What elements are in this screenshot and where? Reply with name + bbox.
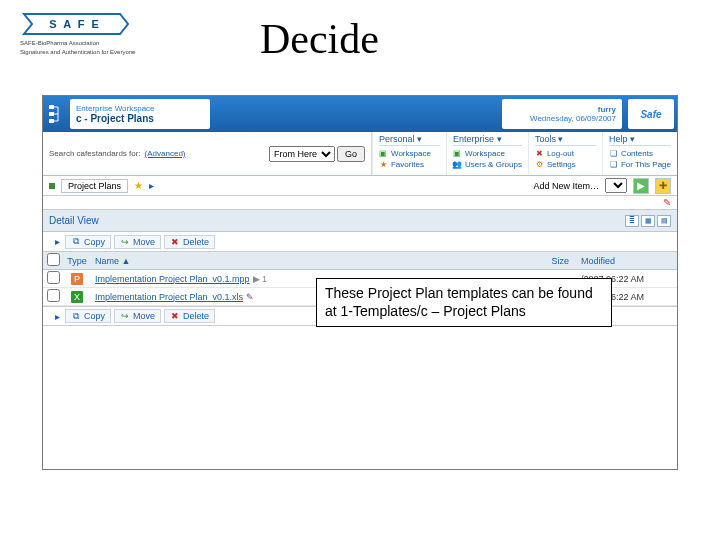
file-flag: ✎ [246,292,254,302]
copy-icon: ⧉ [71,237,81,247]
svg-text:S A F E: S A F E [49,18,101,30]
link-personal-workspace[interactable]: ▣Workspace [379,148,440,159]
delete-button[interactable]: ✖Delete [164,235,215,249]
menu-enterprise-title[interactable]: Enterprise ▾ [453,134,522,146]
callout-text: These Project Plan templates can be foun… [325,285,593,319]
link-help-contents[interactable]: ❏Contents [609,148,671,159]
menu-personal: Personal ▾ ▣Workspace ★Favorites [372,132,446,175]
svg-rect-2 [49,105,54,109]
logout-icon: ✖ [535,149,544,158]
annotation-callout: These Project Plan templates can be foun… [316,278,612,327]
expand-icon[interactable]: ▸ [55,236,60,247]
col-name[interactable]: Name ▲ [91,256,517,266]
view-list-icon[interactable]: ≣ [625,215,639,227]
breadcrumb-row: Project Plans ★ ▸ Add New Item… ▶ ✚ [43,176,677,196]
link-users-groups[interactable]: 👥Users & Groups [453,159,522,170]
copy-icon: ⧉ [71,311,81,321]
move-button[interactable]: ↪Move [114,309,161,323]
move-icon: ↪ [120,237,130,247]
logo-subtitle-1: SAFE-BioPharma Association [20,40,140,47]
table-header: Type Name ▲ Size Modified [43,252,677,270]
workspace-icon: ▣ [379,149,388,158]
menu-enterprise: Enterprise ▾ ▣Workspace 👥Users & Groups [446,132,528,175]
svg-rect-3 [49,112,54,116]
node-icon [49,183,55,189]
favorite-toggle-icon[interactable]: ★ [134,180,143,191]
add-folder-button[interactable]: ✚ [655,178,671,194]
gear-icon: ⚙ [535,160,544,169]
add-confirm-button[interactable]: ▶ [633,178,649,194]
safe-logo: S A F E SAFE-BioPharma Association Signa… [20,10,140,60]
delete-icon: ✖ [170,237,180,247]
link-logout[interactable]: ✖Log-out [535,148,596,159]
view-thumb-icon[interactable]: ▤ [657,215,671,227]
brand-logo: Safe [628,99,674,129]
add-new-label: Add New Item… [533,181,599,191]
delete-button[interactable]: ✖Delete [164,309,215,323]
move-icon: ↪ [120,311,130,321]
book-icon: ❏ [609,149,618,158]
edit-icon[interactable]: ✎ [663,197,671,208]
star-icon: ★ [379,160,388,169]
logo-banner-icon: S A F E [20,10,130,38]
chevron-right-icon[interactable]: ▸ [149,180,154,191]
current-date: Wednesday, 06/09/2007 [530,114,616,123]
search-go-button[interactable]: Go [337,146,365,162]
action-row-top: ▸ ⧉Copy ↪Move ✖Delete [43,232,677,252]
ribbon-bar: Search cafestandards for: (Advanced) Fro… [43,132,677,176]
row-checkbox[interactable] [47,271,60,284]
mpp-file-icon: P [71,273,83,285]
file-flag: ▶ 1 [253,274,268,284]
menu-tools-title[interactable]: Tools ▾ [535,134,596,146]
col-type[interactable]: Type [63,256,91,266]
view-grid-icon[interactable]: ▦ [641,215,655,227]
workspace-selector[interactable]: Enterprise Workspace c - Project Plans [70,99,210,129]
folder-tree-icon[interactable] [43,96,67,132]
user-info: furry Wednesday, 06/09/2007 [502,99,622,129]
expand-icon[interactable]: ▸ [55,311,60,322]
breadcrumb[interactable]: Project Plans [61,179,128,193]
xls-file-icon: X [71,291,83,303]
detail-view-title: Detail View [49,215,99,226]
link-enterprise-workspace[interactable]: ▣Workspace [453,148,522,159]
move-button[interactable]: ↪Move [114,235,161,249]
col-size[interactable]: Size [517,256,577,266]
svg-rect-4 [49,119,54,123]
workspace-label: Enterprise Workspace [76,104,202,113]
copy-button[interactable]: ⧉Copy [65,235,111,249]
slide-title: Decide [260,15,379,63]
link-help-page[interactable]: ❏For This Page [609,159,671,170]
app-banner: Enterprise Workspace c - Project Plans f… [43,96,677,132]
logo-subtitle-2: Signatures and Authentication for Everyo… [20,49,140,56]
file-link[interactable]: Implementation Project Plan_v0.1.xls [95,292,243,302]
col-modified[interactable]: Modified [577,256,677,266]
link-settings[interactable]: ⚙Settings [535,159,596,170]
select-all-checkbox[interactable] [47,253,60,266]
edit-row: ✎ [43,196,677,210]
delete-icon: ✖ [170,311,180,321]
user-name: furry [598,105,616,114]
menu-help-title[interactable]: Help ▾ [609,134,671,146]
advanced-search-link[interactable]: (Advanced) [145,149,186,158]
menu-help: Help ▾ ❏Contents ❏For This Page [602,132,677,175]
search-bar: Search cafestandards for: (Advanced) Fro… [43,132,371,175]
file-link[interactable]: Implementation Project Plan_v0.1.mpp [95,274,250,284]
link-favorites[interactable]: ★Favorites [379,159,440,170]
workspace-icon: ▣ [453,149,462,158]
menu-personal-title[interactable]: Personal ▾ [379,134,440,146]
add-new-select[interactable] [605,178,627,193]
workspace-name: c - Project Plans [76,113,202,124]
page-icon: ❏ [609,160,618,169]
row-checkbox[interactable] [47,289,60,302]
menu-tools: Tools ▾ ✖Log-out ⚙Settings [528,132,602,175]
search-label: Search cafestandards for: [49,149,141,158]
users-icon: 👥 [453,160,462,169]
search-scope-select[interactable]: From Here [269,146,335,162]
copy-button[interactable]: ⧉Copy [65,309,111,323]
detail-view-header: Detail View ≣ ▦ ▤ [43,210,677,232]
